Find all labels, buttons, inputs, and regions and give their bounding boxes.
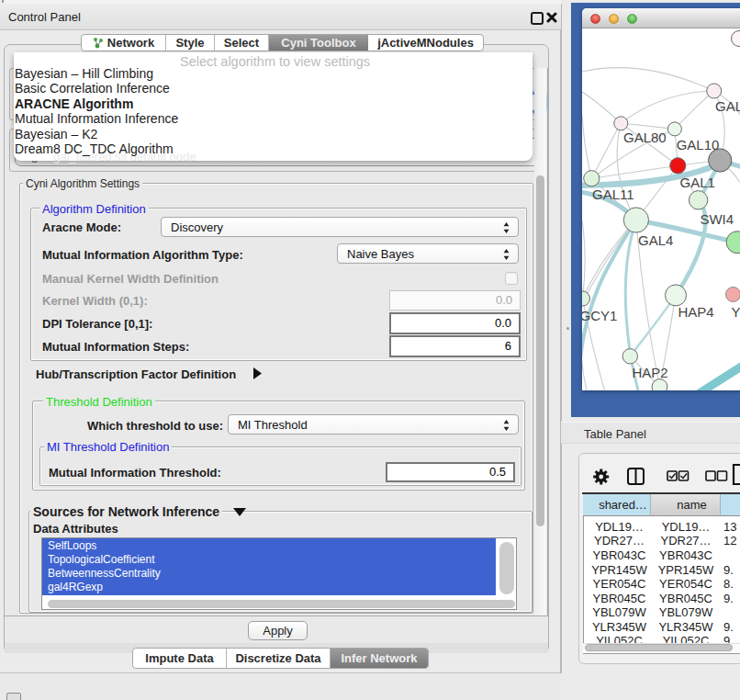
svg-text:GAL10: GAL10 xyxy=(677,137,720,152)
svg-text:HAP4: HAP4 xyxy=(678,304,714,320)
svg-text:SWI4: SWI4 xyxy=(700,211,734,227)
svg-text:HAP2: HAP2 xyxy=(632,365,667,380)
svg-text:GAL2: GAL2 xyxy=(715,98,740,114)
svg-text:YPL: YPL xyxy=(732,304,740,320)
svg-text:GAL1: GAL1 xyxy=(680,175,715,190)
svg-text:GCY1: GCY1 xyxy=(582,308,617,323)
svg-text:GAL80: GAL80 xyxy=(623,130,667,145)
svg-text:GAL4: GAL4 xyxy=(638,232,673,248)
svg-text:GAL11: GAL11 xyxy=(592,186,634,202)
